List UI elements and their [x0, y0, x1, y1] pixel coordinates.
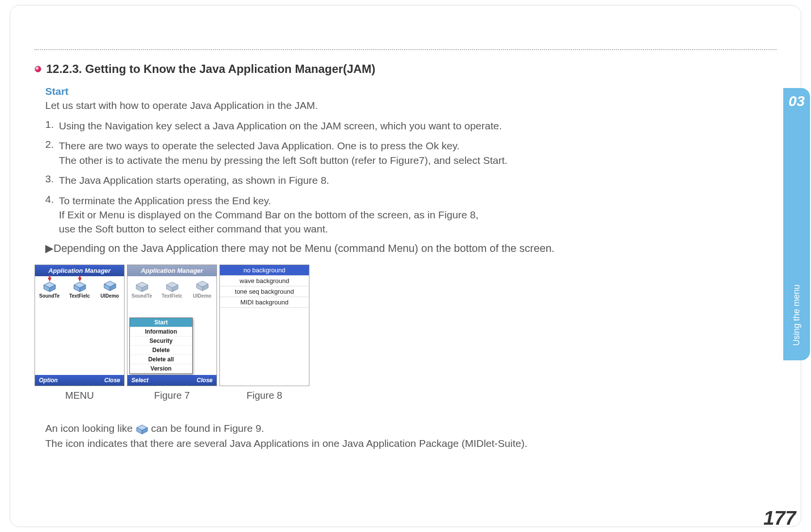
menu-item-delete-all: Delete all: [130, 355, 192, 364]
section-heading: 12.2.3. Getting to Know the Java Applica…: [35, 62, 776, 76]
app-label: UIDemo: [101, 293, 119, 299]
step-4: 4. To terminate the Application press th…: [45, 194, 776, 236]
box-icon: [165, 280, 179, 292]
menu-item-security: Security: [130, 337, 192, 346]
app-icon-uidemo: UIDemo: [191, 280, 214, 299]
box-icon: [135, 280, 149, 292]
app-icon-textfield: TextFielc: [68, 280, 91, 299]
trailing-line2: The icon indicates that there are severa…: [45, 438, 527, 449]
app-icon-soundte: SoundTe: [130, 280, 153, 299]
list-item-midi-bg: MIDI background: [220, 297, 309, 308]
step-number: 2.: [45, 139, 59, 167]
step-number: 4.: [45, 194, 59, 236]
list-item-no-bg: no background: [220, 265, 309, 276]
command-bar: Select Close: [127, 375, 216, 386]
step-number: 3.: [45, 173, 59, 187]
cmd-right: Close: [197, 377, 213, 384]
list-item-tone-bg: tone seq background: [220, 286, 309, 297]
cmd-right: Close: [104, 377, 120, 384]
app-label: TextFielc: [69, 293, 90, 299]
divider-line: [35, 49, 776, 50]
step-1: 1. Using the Navigation key select a Jav…: [45, 119, 776, 133]
figure-caption: MENU: [35, 390, 125, 401]
menu-item-start: Start: [130, 318, 192, 327]
phone-screen-fig7: Application Manager SoundTe TextFielc: [127, 265, 217, 386]
app-icon-row: SoundTe TextFielc UIDemo: [127, 276, 216, 301]
command-bar: Option Close: [35, 375, 124, 386]
step-3: 3. The Java Application starts operating…: [45, 173, 776, 187]
cmd-left: Select: [131, 377, 148, 384]
menu-item-information: Information: [130, 327, 192, 337]
app-label: SoundTe: [39, 293, 59, 299]
app-icon-soundte: SoundTe: [38, 280, 61, 299]
title-bar: Application Manager: [127, 265, 216, 276]
phone-screen-fig8: no background wave background tone seq b…: [219, 265, 309, 386]
figures-row: Application Manager SoundTe: [35, 265, 776, 401]
steps-list: 1. Using the Navigation key select a Jav…: [45, 119, 776, 236]
app-label: SoundTe: [131, 293, 152, 299]
app-icon-row: SoundTe TextFielc UIDemo: [35, 276, 124, 301]
step-2: 2. There are two ways to operate the sel…: [45, 139, 776, 167]
chapter-label: Using the menu: [792, 284, 802, 346]
figure-8: no background wave background tone seq b…: [219, 265, 309, 401]
box-icon: [73, 280, 87, 292]
box-icon: [103, 280, 117, 292]
app-icon-textfield: TextFielc: [161, 280, 183, 299]
page-number: 177: [763, 507, 796, 529]
title-bar: Application Manager: [35, 265, 124, 276]
intro-text: Let us start with how to operate Java Ap…: [45, 100, 776, 111]
note-text: ▶Depending on the Java Application there…: [45, 242, 776, 255]
menu-item-version: Version: [130, 364, 192, 373]
trailing-line1a: An icon looking like: [45, 423, 136, 434]
list-item-wave-bg: wave background: [220, 276, 309, 286]
step-text: To terminate the Application press the E…: [59, 194, 776, 236]
trailing-line1b: can be found in Figure 9.: [151, 423, 264, 434]
bullet-icon: [35, 66, 41, 72]
heading-text: 12.2.3. Getting to Know the Java Applica…: [46, 62, 376, 76]
trailing-text: An icon looking like can be found in Fig…: [45, 421, 776, 451]
phone-screen-menu: Application Manager SoundTe: [35, 265, 125, 386]
figure-7: Application Manager SoundTe TextFielc: [127, 265, 217, 401]
app-label: UIDemo: [193, 293, 212, 299]
step-text: Using the Navigation key select a Java A…: [59, 119, 776, 133]
figure-caption: Figure 8: [219, 390, 309, 401]
figure-menu: Application Manager SoundTe: [35, 265, 125, 401]
sub-heading: Start: [45, 86, 776, 97]
app-icon-uidemo: UIDemo: [98, 280, 121, 299]
popup-menu: Start Information Security Delete Delete…: [129, 318, 193, 374]
chapter-number: 03: [789, 93, 805, 109]
step-text: The Java Application starts operating, a…: [59, 173, 776, 187]
step-number: 1.: [45, 119, 59, 133]
cmd-left: Option: [39, 377, 58, 384]
package-icon: [136, 424, 148, 434]
step-text: There are two ways to operate the select…: [59, 139, 776, 167]
app-label: TextFielc: [162, 293, 182, 299]
side-tab: 03 Using the menu: [783, 88, 810, 360]
box-icon: [43, 280, 56, 292]
page-frame: 12.2.3. Getting to Know the Java Applica…: [10, 5, 801, 527]
menu-item-delete: Delete: [130, 346, 192, 355]
figure-caption: Figure 7: [127, 390, 217, 401]
box-icon: [196, 280, 209, 292]
